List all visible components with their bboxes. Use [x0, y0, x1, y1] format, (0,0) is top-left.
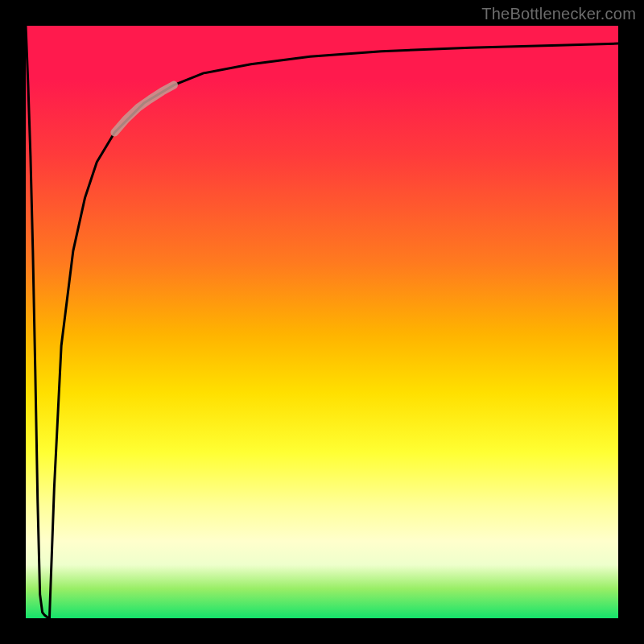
curve-layer — [26, 26, 618, 618]
attribution-text: TheBottleneсker.com — [481, 5, 636, 23]
series-spike — [26, 26, 49, 618]
plot-area — [26, 26, 618, 618]
series-recovery-curve — [49, 43, 618, 618]
series-highlight-segment — [114, 85, 174, 133]
chart-root: TheBottleneсker.com — [0, 0, 644, 644]
